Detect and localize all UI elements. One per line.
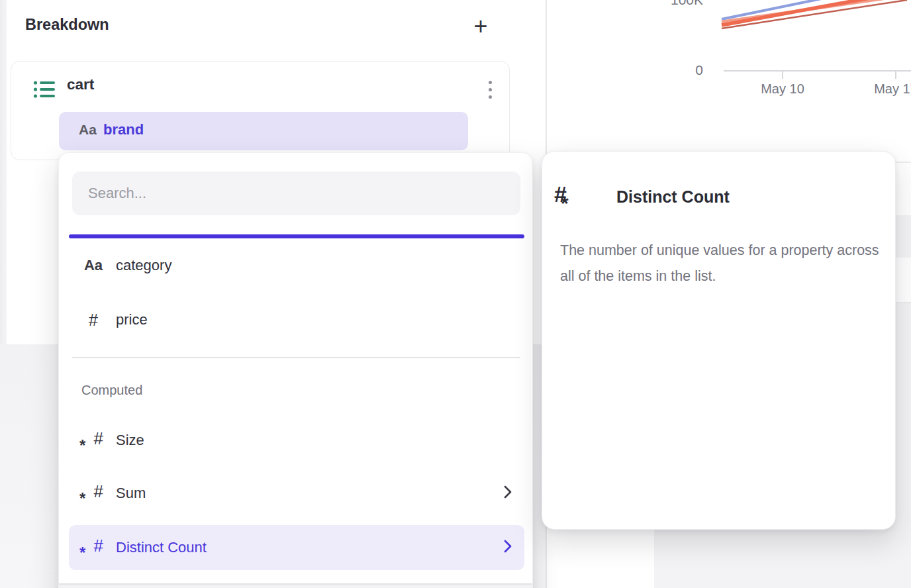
x-axis-line: [724, 70, 911, 72]
text-type-icon: Aa: [79, 122, 97, 138]
active-tab-indicator: [69, 234, 524, 238]
chevron-right-icon: [503, 539, 512, 556]
y-axis-tick-100k: 100K: [626, 0, 703, 8]
x-axis-tickmark: [895, 70, 896, 79]
text-type-icon: Aa: [84, 257, 103, 274]
menu-divider: [72, 357, 520, 358]
search-box: [72, 172, 520, 215]
menu-item-label: Distinct Count: [116, 539, 207, 556]
list-property-name: cart: [67, 76, 94, 93]
chevron-right-icon: [503, 485, 512, 502]
computed-number-icon: # *: [83, 482, 103, 505]
computed-number-icon: # *: [83, 536, 103, 559]
computed-number-icon: # *: [83, 429, 103, 452]
list-icon: [33, 79, 56, 103]
search-input[interactable]: [72, 172, 520, 215]
breakdown-section-title: Breakdown: [25, 16, 109, 34]
overflow-menu-button[interactable]: [477, 76, 503, 103]
menu-item-label: price: [116, 311, 148, 328]
menu-item-label: Sum: [116, 485, 146, 502]
popover-title: Distinct Count: [616, 187, 730, 207]
add-breakdown-button[interactable]: +: [466, 12, 495, 41]
menu-item-distinct-count[interactable]: # * Distinct Count: [69, 525, 524, 570]
y-axis-tick-0: 0: [626, 62, 703, 78]
menu-item-sum[interactable]: # * Sum: [69, 472, 524, 514]
menu-item-size[interactable]: # * Size: [69, 419, 524, 462]
distinct-count-popover: # * Distinct Count The number of unique …: [542, 151, 896, 530]
selected-property-label: brand: [103, 121, 144, 138]
selected-breakdown-property-pill[interactable]: Aa brand: [59, 112, 468, 150]
number-type-icon: #: [89, 311, 98, 330]
x-axis-label-may10: May 10: [743, 81, 822, 97]
property-select-dropdown: Aa category # price Computed # * Size # …: [58, 152, 533, 588]
chart-canvas: [546, 0, 911, 34]
menu-item-label: Size: [116, 432, 144, 449]
menu-item-price[interactable]: # price: [69, 299, 524, 341]
menu-footer-band: [59, 585, 532, 588]
menu-item-category[interactable]: Aa category: [69, 244, 524, 287]
x-axis-tickmark: [782, 70, 783, 79]
popover-description: The number of unique values for a proper…: [560, 238, 879, 289]
menu-item-label: category: [116, 257, 171, 274]
x-axis-label-may17: May 17: [856, 81, 911, 97]
computed-section-label: Computed: [81, 383, 142, 398]
breakdown-card: cart Aa brand: [11, 61, 510, 160]
